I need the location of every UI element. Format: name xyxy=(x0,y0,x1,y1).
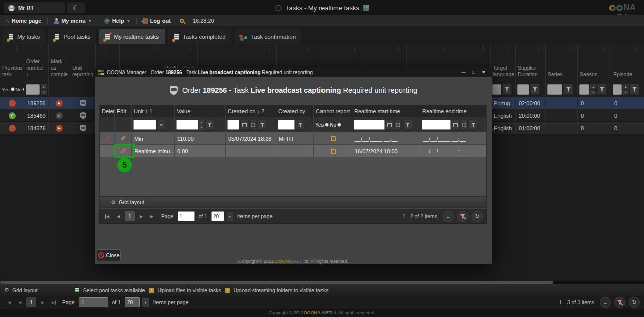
column-menu-icon[interactable]: ⋮ xyxy=(506,46,511,51)
page-size-select[interactable]: 20 xyxy=(125,297,140,307)
filter-funnel-button[interactable] xyxy=(630,84,639,95)
column-header-created-on[interactable]: Created on ↓ 2 xyxy=(226,105,276,117)
dropdown-button[interactable]: ▼ xyxy=(157,120,165,130)
last-page-button[interactable]: ▶ xyxy=(49,298,58,307)
radio-yes[interactable] xyxy=(325,123,329,127)
first-page-button[interactable]: ◀ xyxy=(4,298,13,307)
page-size-dropdown-button[interactable]: ▼ xyxy=(142,297,149,307)
column-header-cannot-report[interactable]: Cannot report xyxy=(314,105,352,117)
column-header-realtime-start[interactable]: Realtime start time xyxy=(352,105,420,117)
unit-reporting-icon[interactable] xyxy=(80,112,86,119)
column-menu-icon[interactable]: ⋮ xyxy=(152,46,157,51)
filter-funnel-button[interactable] xyxy=(597,84,607,95)
realtime-start-filter-input[interactable] xyxy=(354,120,385,130)
yes-no-radio-group[interactable]: Yes No xyxy=(315,122,341,128)
page-size-dropdown-button[interactable]: ▼ xyxy=(226,211,233,221)
tab-task-confirmation[interactable]: Task confirmation xyxy=(234,29,301,44)
season-filter-input[interactable] xyxy=(579,84,589,95)
user-menu-button[interactable]: Mr RT xyxy=(4,2,65,13)
clock-button[interactable] xyxy=(394,120,402,130)
scrollbar-thumb[interactable] xyxy=(0,281,553,284)
column-header-season[interactable]: ⋮ Season xyxy=(578,44,611,81)
edit-pencil-icon[interactable]: ✎ xyxy=(120,135,126,142)
created-by-filter-input[interactable] xyxy=(278,120,295,130)
upload-files-button[interactable]: ↑ Upload files to visible tasks xyxy=(149,287,221,293)
current-page-button[interactable]: 1 xyxy=(26,297,36,307)
upload-streaming-folders-button[interactable]: ↑ Upload streaming folders to visible ta… xyxy=(225,287,328,293)
clock-button[interactable] xyxy=(460,120,468,130)
fit-columns-button[interactable]: ↔ xyxy=(443,211,454,222)
column-header-unit[interactable]: Unit ↑ 1 xyxy=(132,105,175,117)
column-header-episode[interactable]: ⋮ Episode xyxy=(611,44,644,81)
column-header-target-language[interactable]: ⋮ Target language xyxy=(491,44,516,81)
realtime-end-filter-input[interactable] xyxy=(422,120,451,130)
home-page-button[interactable]: ⌂ Home page xyxy=(3,16,43,25)
column-menu-icon[interactable]: ⋮ xyxy=(14,46,19,51)
stepper-down-button[interactable]: ▼ xyxy=(199,125,204,130)
supplier-duration-filter-input[interactable] xyxy=(517,84,529,95)
column-menu-icon[interactable]: ⋮ xyxy=(267,46,272,51)
value-filter-input[interactable] xyxy=(176,120,198,130)
search-button[interactable] xyxy=(177,16,187,25)
column-menu-icon[interactable]: ⋮ xyxy=(441,46,446,51)
last-page-button[interactable]: ▶ xyxy=(148,212,157,221)
grid-layout-button[interactable]: ⚙ Grid layout xyxy=(4,287,38,293)
cannot-report-checkbox[interactable] xyxy=(331,136,336,141)
filter-funnel-button[interactable] xyxy=(258,120,267,130)
order-number-filter-input[interactable] xyxy=(26,84,40,95)
next-page-button[interactable]: ▶ xyxy=(38,298,47,307)
unit-filter-select[interactable] xyxy=(133,120,156,130)
column-menu-icon[interactable]: ⋮ xyxy=(634,46,639,51)
stepper-up-button[interactable]: ▲ xyxy=(41,84,47,89)
column-menu-icon[interactable]: ⋮ xyxy=(601,46,606,51)
radio-yes[interactable] xyxy=(11,87,15,91)
column-header-value[interactable]: Value xyxy=(175,105,226,117)
log-out-button[interactable]: Log out xyxy=(141,16,173,25)
horizontal-scrollbar[interactable] xyxy=(0,281,644,284)
column-menu-icon[interactable]: ⋮ xyxy=(396,46,401,51)
column-menu-icon[interactable]: ⋮ xyxy=(305,46,310,51)
maximize-icon[interactable]: □ xyxy=(472,70,475,75)
play-icon[interactable]: ▶ xyxy=(56,112,63,119)
filter-funnel-button[interactable] xyxy=(469,120,478,130)
filter-funnel-button[interactable] xyxy=(564,84,573,95)
minimize-icon[interactable]: — xyxy=(461,70,466,75)
stepper-up-button[interactable]: ▲ xyxy=(590,84,596,89)
table-row[interactable]: ✎ Realtime minu... 0.00 16/07/2024 18:00… xyxy=(100,145,486,157)
unit-reporting-icon[interactable] xyxy=(80,125,86,131)
filter-funnel-button[interactable] xyxy=(205,120,214,130)
filter-funnel-button[interactable] xyxy=(502,84,512,95)
column-header-created-by[interactable]: Created by xyxy=(276,105,314,117)
stepper-up-button[interactable]: ▲ xyxy=(199,120,204,125)
page-number-input[interactable] xyxy=(79,297,108,307)
my-menu-button[interactable]: My menu ▼ xyxy=(52,16,94,25)
fit-columns-button[interactable]: ↔ xyxy=(600,297,611,308)
column-header-realtime-end[interactable]: Realtime end time xyxy=(420,105,486,117)
calendar-button[interactable] xyxy=(452,120,459,130)
clear-filters-button[interactable] xyxy=(614,297,625,308)
column-header-series[interactable]: ⋮ Series xyxy=(546,44,578,81)
filter-funnel-button[interactable] xyxy=(296,120,305,130)
close-icon[interactable]: ✕ xyxy=(481,70,486,75)
column-header-edit[interactable]: Edit xyxy=(115,105,132,117)
episode-filter-input[interactable] xyxy=(613,84,622,95)
stepper-down-button[interactable]: ▼ xyxy=(41,90,47,95)
column-header-unit-reporting[interactable]: Unit reporting xyxy=(70,44,96,81)
page-number-input[interactable] xyxy=(178,211,195,221)
grid-layout-bar[interactable]: ⚙ Grid layout xyxy=(99,197,487,208)
stepper-up-button[interactable]: ▲ xyxy=(623,84,629,89)
refresh-button[interactable]: ↻ xyxy=(629,297,640,308)
column-header-supplier-duration[interactable]: ⋮ Supplier Duration xyxy=(516,44,546,81)
clear-filters-button[interactable] xyxy=(457,211,468,222)
page-size-select[interactable]: 20 xyxy=(211,211,224,221)
calendar-button[interactable] xyxy=(386,120,393,130)
filter-funnel-button[interactable] xyxy=(403,120,412,130)
tab-my-realtime-tasks[interactable]: My realtime tasks xyxy=(99,29,164,44)
column-header-previous-task[interactable]: ⋮ Previous task xyxy=(0,44,24,81)
table-row[interactable]: ✗ ✎ Min 110.00 05/07/2024 18:28 Mr RT __… xyxy=(100,132,486,145)
dialog-title-bar[interactable]: OOONA Manager - Order 189256 - Task Live… xyxy=(95,68,492,77)
radio-no[interactable] xyxy=(337,123,341,127)
tab-my-tasks[interactable]: My tasks xyxy=(2,29,45,44)
column-menu-icon[interactable]: ⋮ xyxy=(536,46,541,51)
created-on-filter-input[interactable] xyxy=(227,120,239,130)
